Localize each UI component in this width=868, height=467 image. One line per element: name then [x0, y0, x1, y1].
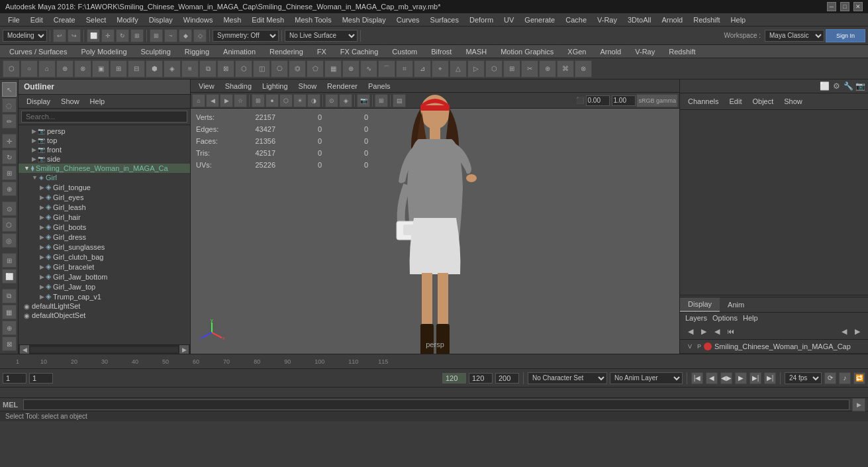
shelf-tab-9[interactable]: Bifrost: [424, 46, 458, 57]
attr-editor-icon[interactable]: ⚙: [831, 81, 842, 91]
tree-item-default-light-set[interactable]: ◉ defaultLightSet: [19, 301, 190, 311]
character-set-dropdown[interactable]: No Character Set: [528, 372, 607, 384]
vp-light-btn[interactable]: ☀: [293, 94, 307, 107]
snap-point[interactable]: ◆: [179, 29, 192, 42]
snap-grid[interactable]: ⊞: [150, 29, 163, 42]
tree-item-girl-leash[interactable]: ▶ ◈ Girl_leash: [19, 202, 190, 212]
soft-mod-btn[interactable]: ⊙: [2, 201, 17, 216]
component-edit-btn[interactable]: ⊠: [2, 337, 17, 351]
shelf-icon-1[interactable]: ⬡: [3, 60, 20, 78]
menu-item-display[interactable]: Display: [144, 15, 178, 25]
menu-item-3dtoall[interactable]: 3DtoAll: [622, 15, 656, 25]
select-tool[interactable]: ⬜: [87, 29, 100, 42]
rotate-tool[interactable]: ↻: [116, 29, 129, 42]
fps-dropdown[interactable]: 24 fps: [785, 372, 822, 384]
layer-visible-toggle[interactable]: V: [685, 342, 695, 351]
layer-next-btn[interactable]: ◀: [712, 326, 722, 337]
menu-item-arnold[interactable]: Arnold: [656, 15, 688, 25]
rotate-tool-btn[interactable]: ↻: [2, 150, 17, 164]
vp-shadow-btn[interactable]: ◑: [307, 94, 320, 107]
shelf-icon-16[interactable]: ⎔: [271, 60, 288, 78]
minimize-button[interactable]: ─: [827, 2, 836, 11]
undo-btn[interactable]: ↩: [53, 29, 66, 42]
shelf-icon-6[interactable]: ▣: [92, 60, 109, 78]
range-end-input[interactable]: [442, 373, 466, 384]
shelf-icon-22[interactable]: ⌒: [378, 60, 395, 78]
shelf-icon-2[interactable]: ○: [21, 60, 38, 78]
layer-entry[interactable]: V P Smiling_Chinese_Woman_in_MAGA_Cap: [680, 340, 868, 354]
menu-item-mesh-display[interactable]: Mesh Display: [337, 15, 391, 25]
scroll-right[interactable]: ▶: [179, 345, 189, 354]
vp-color-profile-btn[interactable]: sRGB gamma: [636, 94, 678, 107]
menu-item-select[interactable]: Select: [81, 15, 112, 25]
menu-item-file[interactable]: File: [3, 15, 25, 25]
vp-joints-btn[interactable]: ◈: [339, 94, 352, 107]
vp-wireframe-btn[interactable]: ⊞: [252, 94, 265, 107]
shelf-icon-8[interactable]: ⊟: [128, 60, 145, 78]
render-settings-icon[interactable]: 📷: [855, 81, 865, 91]
scale-tool-btn[interactable]: ⊞: [2, 166, 17, 180]
go-end-btn[interactable]: ▶|: [764, 372, 776, 384]
menu-item-curves[interactable]: Curves: [391, 15, 425, 25]
move-tool-btn[interactable]: ✛: [2, 134, 17, 148]
play-fwd-btn[interactable]: ▶: [735, 372, 747, 384]
shelf-tab-10[interactable]: MASH: [459, 46, 493, 57]
object-tab[interactable]: Object: [749, 96, 776, 107]
menu-item-edit[interactable]: Edit: [25, 15, 48, 25]
tree-item-persp[interactable]: ▶ 📷 persp: [19, 127, 190, 136]
shelf-icon-23[interactable]: ⌗: [396, 60, 413, 78]
move-tool[interactable]: ✛: [101, 29, 115, 42]
vp-smooth-btn[interactable]: ●: [265, 94, 279, 107]
universal-tool-btn[interactable]: ⊕: [2, 182, 17, 196]
play-back-btn[interactable]: ◀▶: [720, 372, 732, 384]
viewport-canvas[interactable]: Verts: 22157 0 0 Edges: 43427 0 0 Faces:…: [191, 109, 679, 354]
shelf-icon-24[interactable]: ⊿: [414, 60, 431, 78]
shelf-icon-13[interactable]: ⊠: [217, 60, 234, 78]
shelf-icon-32[interactable]: ⌘: [557, 60, 574, 78]
snap-curve[interactable]: ~: [164, 29, 177, 42]
paint-weights-btn[interactable]: ⊕: [2, 321, 17, 335]
tree-item-girl-eyes[interactable]: ▶ ◈ Girl_eyes: [19, 192, 190, 202]
tree-item-girl-jaw-bottom[interactable]: ▶ ◈ Girl_Jaw_bottom: [19, 272, 190, 282]
menu-item-generate[interactable]: Generate: [519, 15, 560, 25]
vp-prev-btn[interactable]: ◀: [206, 94, 219, 107]
shelf-icon-21[interactable]: ∿: [360, 60, 377, 78]
shelf-tab-1[interactable]: Poly Modeling: [74, 46, 133, 57]
vp-home-btn[interactable]: ⌂: [192, 94, 205, 107]
shelf-icon-30[interactable]: ✂: [521, 60, 538, 78]
tree-item-girl-dress[interactable]: ▶ ◈ Girl_dress: [19, 232, 190, 242]
viewport-renderer-menu[interactable]: Renderer: [322, 81, 363, 91]
shelf-icon-17[interactable]: ⏣: [289, 60, 306, 78]
menu-item-edit-mesh[interactable]: Edit Mesh: [246, 15, 289, 25]
help-menu[interactable]: Help: [743, 314, 758, 322]
shelf-tab-11[interactable]: Motion Graphics: [494, 46, 560, 57]
display-layer-tab[interactable]: Display: [680, 297, 720, 312]
vp-next-btn[interactable]: ▶: [220, 94, 233, 107]
select-tool-btn[interactable]: ↖: [2, 82, 17, 97]
mel-run-btn[interactable]: ▶: [852, 398, 865, 411]
layer-playback-toggle[interactable]: P: [695, 342, 704, 351]
tree-item-girl-boots[interactable]: ▶ ◈ Girl_boots: [19, 222, 190, 232]
shelf-icon-14[interactable]: ⬡: [235, 60, 252, 78]
shelf-icon-3[interactable]: ⌂: [38, 60, 56, 78]
sign-in-btn[interactable]: Sign In: [826, 29, 865, 42]
vp-bookmark-btn[interactable]: ☆: [234, 94, 247, 107]
render-region-btn[interactable]: ⬜: [2, 269, 17, 284]
shelf-icon-5[interactable]: ⊗: [74, 60, 91, 78]
sculpt-btn[interactable]: ⬡: [2, 217, 17, 232]
shelf-tab-2[interactable]: Sculpting: [134, 46, 177, 57]
tree-item-top[interactable]: ▶ 📷 top: [19, 136, 190, 145]
timeline-ruler[interactable]: 1 10 20 30 40 50 60 70 80 90 100 110 115: [0, 354, 868, 369]
shelf-icon-18[interactable]: ⬠: [307, 60, 324, 78]
paint-sel-btn[interactable]: ✏: [2, 114, 17, 129]
shelf-tab-5[interactable]: Rendering: [263, 46, 310, 57]
show-tab[interactable]: Show: [781, 96, 805, 107]
shelf-tab-0[interactable]: Curves / Surfaces: [3, 46, 73, 57]
tree-item-front[interactable]: ▶ 📷 front: [19, 145, 190, 154]
shelf-icon-31[interactable]: ⊕: [539, 60, 556, 78]
outliner-display-menu[interactable]: Display: [21, 96, 56, 107]
loop-btn[interactable]: 🔁: [853, 372, 865, 384]
redo-btn[interactable]: ↪: [68, 29, 81, 42]
layer-last-btn[interactable]: ⏮: [725, 326, 736, 337]
anim-prefs-btn[interactable]: ⟳: [824, 372, 836, 384]
